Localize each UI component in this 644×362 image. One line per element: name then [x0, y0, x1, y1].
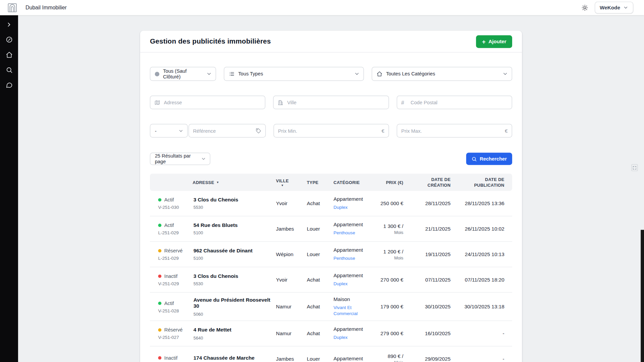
subcategory-link[interactable]: Duplex [333, 335, 370, 341]
table-row[interactable]: ActifL-251-02954 Rue des Bluets5100Jambe… [150, 216, 512, 242]
euro-icon: € [505, 128, 508, 133]
building-icon [278, 100, 283, 105]
sidebar-item-home[interactable] [0, 47, 18, 62]
listings-card: Gestion des publicités immobilières + Aj… [140, 31, 522, 362]
city-cell: Jambes [276, 356, 307, 362]
euro-icon: € [382, 128, 385, 133]
city-input[interactable] [273, 96, 389, 109]
table-row[interactable]: RéservéL-251-029962 Chaussée de Dinant51… [150, 242, 512, 267]
filter-row-location: # [150, 96, 512, 109]
theme-toggle-button[interactable] [582, 4, 588, 11]
address-cell: 3 Clos du Chenois5530 [193, 273, 276, 286]
table-row[interactable]: InactifV-251-0293 Clos du Chenois5530Yvo… [150, 267, 512, 293]
sidebar-item-messages[interactable] [0, 77, 18, 93]
reference-prefix-value: - [155, 128, 157, 133]
sort-desc-icon: ▼ [216, 181, 219, 184]
reference-code: V-251-028 [158, 308, 193, 313]
status-dot [158, 198, 161, 201]
category-cell: AppartementPenthouse [333, 222, 372, 236]
address-text: 3 Clos du Chenois [194, 197, 276, 203]
scrollbar[interactable] [641, 15, 644, 362]
status-label: Réservé [164, 327, 183, 333]
per-page-select[interactable]: 25 Résultats par page [150, 153, 210, 165]
sidebar-expand-button[interactable] [0, 17, 18, 32]
subcategory-link[interactable]: Vivant Et Commercial [333, 304, 370, 317]
category-cell: AppartementDuplex [333, 273, 372, 287]
type-cell: Achat [307, 304, 334, 309]
city-cell: Namur [276, 331, 307, 337]
search-button[interactable]: Rechercher [466, 153, 512, 165]
price-period-text: Mois [373, 360, 404, 362]
browser-extension-button[interactable] [631, 164, 638, 171]
price-period-text: Mois [373, 230, 404, 235]
status-dot [158, 328, 161, 332]
chevron-down-icon [206, 71, 212, 77]
capture-icon [633, 166, 636, 169]
chat-icon [6, 82, 13, 89]
status-dot [158, 224, 161, 227]
reference-input[interactable] [189, 124, 266, 137]
table-row[interactable]: Inactif174 Chaussée de MarcheJambesLouer… [150, 347, 512, 362]
price-cell: 179 000 € [373, 304, 406, 309]
price-text: 250 000 € [373, 200, 404, 206]
hash-icon: # [401, 99, 404, 105]
sidebar-item-search[interactable] [0, 62, 18, 77]
reference-code: L-251-029 [158, 230, 193, 235]
address-text: 54 Rue des Bluets [194, 222, 276, 229]
status-all-icon [155, 72, 159, 76]
page-title: Gestion des publicités immobilières [150, 37, 271, 45]
user-menu-button[interactable]: WeKode [595, 2, 633, 14]
reference-field-wrap [189, 124, 266, 137]
address-cell: 54 Rue des Bluets5100 [193, 222, 276, 235]
address-text: Avenue du Président Roosevelt 30 [194, 297, 276, 310]
type-cell: Louer [307, 356, 334, 362]
status-cell: InactifV-251-029 [150, 274, 193, 286]
postal-code-text: 5530 [194, 205, 276, 210]
reference-code: V-251-030 [158, 205, 193, 210]
address-text: 3 Clos du Chenois [194, 273, 276, 280]
price-max-field-wrap: € [397, 124, 512, 137]
type-cell: Louer [307, 251, 334, 257]
col-city-label: VILLE [276, 178, 289, 183]
search-button-label: Rechercher [480, 156, 507, 162]
reference-prefix-select[interactable]: - [150, 124, 188, 137]
subcategory-link[interactable]: Duplex [333, 281, 370, 287]
table-row[interactable]: ActifV-251-0303 Clos du Chenois5530Yvoir… [150, 191, 512, 216]
address-input[interactable] [150, 96, 265, 109]
category-filter-select[interactable]: Toutes Les Catégories [372, 67, 512, 81]
table-row[interactable]: RéservéV-251-0274 Rue de Mettet5640Namur… [150, 321, 512, 347]
category-text: Appartement [333, 247, 372, 253]
address-cell: 4 Rue de Mettet5640 [193, 327, 276, 340]
city-cell: Jambes [276, 226, 307, 232]
table-row[interactable]: ActifV-251-028Avenue du Président Roosev… [150, 293, 512, 321]
subcategory-link[interactable]: Penthouse [333, 255, 370, 261]
subcategory-link[interactable]: Penthouse [333, 230, 370, 236]
user-menu-label: WeKode [600, 5, 620, 10]
city-cell: Wépion [276, 251, 307, 257]
address-text: 4 Rue de Mettet [194, 327, 276, 334]
status-filter-select[interactable]: Tous (Sauf Clôturé) [150, 67, 216, 81]
category-cell: AppartementPenthouse [333, 247, 372, 261]
chevron-down-icon [623, 5, 629, 10]
add-button[interactable]: + Ajouter [476, 35, 512, 48]
col-city[interactable]: VILLE ▼ [276, 178, 307, 187]
price-max-input[interactable] [397, 124, 512, 137]
sidebar-item-dashboard[interactable] [0, 32, 18, 47]
scrollbar-thumb[interactable] [641, 230, 644, 362]
created-date-cell: 30/10/2025 [406, 304, 451, 309]
chevron-down-icon [178, 128, 183, 133]
postal-code-input[interactable] [396, 96, 512, 109]
type-filter-select[interactable]: Tous Types [224, 67, 364, 81]
col-address[interactable]: ADRESSE ▼ [193, 180, 276, 185]
price-min-input[interactable] [274, 124, 389, 137]
app-window: Dubail Immobilier WeKode [0, 0, 644, 362]
table-header: ADRESSE ▼ VILLE ▼ TYPE CATÉGORIE PRIX (€… [150, 174, 512, 191]
published-date-cell: 28/11/2025 13:36 [450, 200, 504, 206]
address-cell: Avenue du Président Roosevelt 305060 [193, 297, 276, 316]
topbar-right: WeKode [582, 2, 633, 14]
chevron-right-icon [6, 21, 12, 28]
col-category: CATÉGORIE [333, 180, 372, 185]
price-cell: 1 300 € /Mois [373, 223, 406, 235]
subcategory-link[interactable]: Duplex [333, 204, 370, 210]
category-filter-value: Toutes Les Catégories [386, 71, 435, 77]
